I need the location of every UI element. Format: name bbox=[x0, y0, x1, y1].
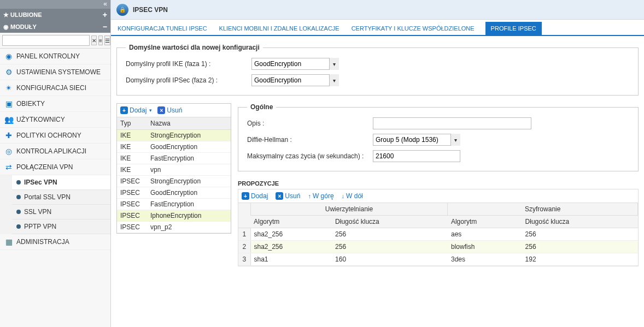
enc-alg: aes bbox=[448, 228, 522, 241]
proposals-delete-button[interactable]: × Usuń bbox=[276, 192, 300, 200]
sidebar-subitem[interactable]: IPSec VPN bbox=[12, 175, 110, 190]
bullet-icon bbox=[16, 180, 21, 185]
sidebar: « ★ ULUBIONE + ◉ MODUŁY − ✕ ≡ ☰ ◉ PANEL … bbox=[0, 0, 111, 327]
profile-row[interactable]: IKE StrongEncryption bbox=[117, 130, 231, 141]
profile-name: GoodEncryption bbox=[147, 141, 231, 153]
tab[interactable]: KONFIGURACJA TUNELI IPSEC bbox=[116, 22, 208, 35]
dh-label: Diffie-Hellman : bbox=[247, 136, 373, 144]
auth-key: 256 bbox=[332, 228, 448, 241]
profile-row[interactable]: IPSEC FastEncryption bbox=[117, 199, 231, 210]
proposals-up-button[interactable]: ↑ W górę bbox=[308, 192, 333, 200]
sidebar-item[interactable]: ▣ OBIEKTY bbox=[0, 96, 110, 112]
desc-label: Opis : bbox=[247, 120, 373, 127]
sidebar-item-label: KONTROLA APLIKACJI bbox=[16, 147, 86, 155]
sidebar-item-label: ADMINISTRACJA bbox=[16, 238, 69, 246]
profile-type: IPSEC bbox=[117, 187, 147, 199]
col-auth-alg: Algorytm bbox=[250, 216, 332, 228]
default-ipsec-label: Domyślny profil IPSec (faza 2) : bbox=[126, 76, 251, 84]
auth-alg: sha2_256 bbox=[250, 228, 332, 241]
favorites-add-icon[interactable]: + bbox=[103, 10, 107, 19]
default-ipsec-combo[interactable] bbox=[251, 74, 339, 86]
plus-icon: + bbox=[242, 192, 249, 200]
sidebar-item-label: PANEL KONTROLNY bbox=[16, 52, 80, 60]
tab[interactable]: CERTYFIKATY I KLUCZE WSPÓŁDZIELONE bbox=[350, 22, 476, 35]
sidebar-item[interactable]: ⚙ USTAWIENIA SYSTEMOWE bbox=[0, 64, 110, 80]
sidebar-subitem[interactable]: SSL VPN bbox=[12, 205, 110, 219]
proposals-down-button[interactable]: ↓ W dół bbox=[342, 192, 363, 200]
sidebar-item-label: POLITYKI OCHRONY bbox=[16, 132, 81, 139]
dh-combo[interactable] bbox=[373, 134, 460, 146]
enc-key: 256 bbox=[522, 228, 638, 241]
x-icon: × bbox=[276, 192, 283, 200]
sidebar-tree: ◉ PANEL KONTROLNY⚙ USTAWIENIA SYSTEMOWE✴… bbox=[0, 49, 110, 250]
chevron-down-icon[interactable]: ▾ bbox=[450, 134, 460, 146]
proposal-row[interactable]: 3 sha1 160 3des 192 bbox=[238, 253, 638, 266]
bullet-icon bbox=[16, 195, 21, 199]
proposal-row[interactable]: 2 sha2_256 256 blowfish 256 bbox=[238, 241, 638, 253]
proposal-row[interactable]: 1 sha2_256 256 aes 256 bbox=[238, 228, 638, 241]
sidebar-item-label: UŻYTKOWNICY bbox=[16, 116, 65, 123]
sidebar-subitem-label: PPTP VPN bbox=[24, 223, 56, 230]
profiles-table: Typ Nazwa IKE StrongEncryptionIKE GoodEn… bbox=[117, 117, 231, 233]
sidebar-search: ✕ ≡ ☰ bbox=[0, 33, 110, 49]
list-view-icon[interactable]: ≡ bbox=[98, 35, 103, 45]
sidebar-subitem[interactable]: PPTP VPN bbox=[12, 219, 110, 234]
desc-input[interactable] bbox=[373, 117, 531, 129]
page-title: IPSEC VPN bbox=[133, 6, 168, 14]
tab[interactable]: KLIENCI MOBILNI I ZDALNE LOKALIZACJE bbox=[218, 22, 341, 35]
auth-key: 160 bbox=[332, 253, 448, 266]
default-ike-label: Domyślny profil IKE (faza 1) : bbox=[126, 60, 251, 68]
plus-icon: + bbox=[120, 106, 128, 114]
chevron-down-icon[interactable]: ▾ bbox=[329, 74, 339, 86]
general-fieldset: Ogólne Opis : Diffie-Hellman : ▾ Maksyma… bbox=[238, 103, 639, 171]
chevron-down-icon[interactable]: ▾ bbox=[329, 58, 339, 70]
module-icon: ▦ bbox=[4, 237, 13, 246]
proposals-add-button[interactable]: + Dodaj bbox=[242, 192, 268, 200]
sidebar-item-admin[interactable]: ▦ ADMINISTRACJA bbox=[0, 234, 110, 250]
sidebar-subitem[interactable]: Portal SSL VPN bbox=[12, 190, 110, 205]
profile-type: IKE bbox=[117, 141, 147, 153]
general-legend: Ogólne bbox=[247, 103, 276, 111]
profile-row[interactable]: IKE GoodEncryption bbox=[117, 141, 231, 153]
module-icon: ▣ bbox=[4, 99, 13, 108]
main: 🔒 IPSEC VPN KONFIGURACJA TUNELI IPSECKLI… bbox=[111, 0, 644, 327]
sidebar-item[interactable]: 👥 UŻYTKOWNICY bbox=[0, 112, 110, 128]
profile-row[interactable]: IKE vpn bbox=[117, 164, 231, 176]
auth-key: 256 bbox=[332, 241, 448, 253]
tree-view-icon[interactable]: ☰ bbox=[104, 35, 110, 45]
profiles-delete-button[interactable]: × Usuń bbox=[157, 106, 182, 114]
sidebar-item[interactable]: ✴ KONFIGURACJA SIECI bbox=[0, 80, 110, 96]
content: + Dodaj▾ × Usuń Typ Nazwa IKE StrongEncr… bbox=[111, 96, 644, 327]
enc-key: 256 bbox=[522, 241, 638, 253]
profile-row[interactable]: IPSEC GoodEncryption bbox=[117, 187, 231, 199]
row-index: 2 bbox=[238, 241, 250, 253]
sidebar-item[interactable]: ◎ KONTROLA APLIKACJI bbox=[0, 144, 110, 159]
sidebar-item[interactable]: ✚ POLITYKI OCHRONY bbox=[0, 128, 110, 144]
enc-alg: blowfish bbox=[448, 241, 522, 253]
page-title-bar: 🔒 IPSEC VPN bbox=[111, 0, 644, 20]
profile-row[interactable]: IPSEC IphoneEncryption bbox=[117, 210, 231, 222]
sidebar-search-input[interactable] bbox=[2, 35, 90, 46]
auth-alg: sha1 bbox=[250, 253, 332, 266]
profile-row[interactable]: IKE FastEncryption bbox=[117, 153, 231, 164]
module-icon: ✚ bbox=[4, 131, 13, 140]
profile-name: FastEncryption bbox=[147, 199, 231, 210]
profile-row[interactable]: IPSEC vpn_p2 bbox=[117, 222, 231, 233]
sidebar-item[interactable]: ⇄ POŁĄCZENIA VPN bbox=[0, 159, 110, 175]
col-group-auth: Uwierzytelnianie bbox=[250, 203, 448, 216]
profile-name: IphoneEncryption bbox=[147, 210, 231, 222]
profile-row[interactable]: IPSEC StrongEncryption bbox=[117, 176, 231, 187]
tab[interactable]: PROFILE IPSEC bbox=[485, 22, 542, 35]
sidebar-collapse[interactable]: « bbox=[0, 0, 110, 9]
profiles-add-button[interactable]: + Dodaj▾ bbox=[120, 106, 152, 114]
sidebar-item[interactable]: ◉ PANEL KONTROLNY bbox=[0, 49, 110, 64]
lifetime-input[interactable] bbox=[373, 150, 460, 162]
profile-name: StrongEncryption bbox=[147, 176, 231, 187]
sidebar-subitem-label: Portal SSL VPN bbox=[24, 193, 71, 201]
modules-toggle-icon[interactable]: − bbox=[103, 22, 107, 31]
search-clear-icon[interactable]: ✕ bbox=[91, 35, 97, 45]
default-ike-combo[interactable] bbox=[251, 58, 339, 70]
profile-name: GoodEncryption bbox=[147, 187, 231, 199]
enc-key: 192 bbox=[522, 253, 638, 266]
profile-type: IKE bbox=[117, 164, 147, 176]
